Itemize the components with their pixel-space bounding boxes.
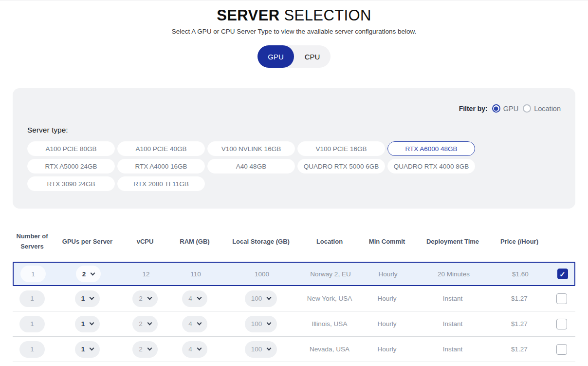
table-row: 1 2 4 100 — [13, 286, 575, 311]
storage-value: 100 — [251, 295, 262, 302]
location-value: Illinois, USA — [299, 320, 360, 327]
row-checkbox[interactable] — [556, 293, 567, 304]
location-value: Nevada, USA — [299, 346, 360, 353]
servers-count-input[interactable] — [19, 316, 45, 332]
page-header: SERVER SELECTION Select A GPU or CPU Ser… — [0, 0, 588, 68]
deployment-time-value: Instant — [414, 346, 491, 353]
chip-rtx-a5000-24gb[interactable]: RTX A5000 24GB — [27, 159, 115, 173]
ram-select[interactable]: 4 — [182, 290, 207, 307]
chevron-down-icon — [90, 346, 94, 351]
page-title-light: SELECTION — [284, 7, 371, 24]
table-row: 1 2 4 100 — [13, 311, 575, 337]
table-header-row: Number of Servers GPUs per Server vCPU R… — [13, 222, 575, 262]
chevron-down-icon — [90, 295, 94, 300]
min-commit-value: Hourly — [360, 346, 414, 353]
gpus-per-server-select[interactable]: 1 — [75, 316, 100, 332]
page-title-bold: SERVER — [217, 7, 279, 24]
vcpu-value: 2 — [139, 320, 143, 327]
chip-quadro-rtx-4000-8gb[interactable]: QUADRO RTX 4000 8GB — [387, 159, 475, 173]
storage-select[interactable]: 100 — [245, 316, 277, 332]
location-value: New York, USA — [299, 295, 360, 302]
vcpu-select[interactable]: 2 — [132, 341, 158, 358]
storage-select[interactable]: 100 — [245, 341, 277, 358]
ram-select[interactable]: 4 — [182, 316, 207, 332]
ram-select[interactable]: 4 — [182, 341, 207, 358]
filter-radio-gpu[interactable]: GPU — [492, 104, 518, 113]
col-header-ram: RAM (GB) — [167, 237, 222, 247]
vcpu-select[interactable]: 2 — [132, 290, 158, 307]
location-value: Norway 2, EU — [300, 270, 361, 278]
servers-count-input[interactable] — [19, 290, 45, 307]
storage-value: 100 — [251, 320, 262, 327]
col-header-location: Location — [299, 237, 360, 247]
chip-a100-pcie-40gb[interactable]: A100 PCIE 40GB — [117, 141, 205, 156]
chevron-down-icon — [267, 321, 272, 326]
storage-select[interactable]: 100 — [245, 290, 277, 307]
price-value: $1.27 — [491, 295, 548, 302]
col-header-gpus-per-server: GPUs per Server — [52, 237, 123, 247]
ram-value: 4 — [188, 320, 192, 327]
row-checkbox[interactable] — [556, 344, 567, 355]
filter-radio-gpu-label: GPU — [503, 105, 518, 113]
chip-rtx-3090-24gb[interactable]: RTX 3090 24GB — [27, 176, 115, 191]
server-type-chips: A100 PCIE 80GB A100 PCIE 40GB V100 NVLIN… — [27, 141, 514, 191]
table-row: 2 12 110 1000 Norway 2, EU Hourly 20 Min… — [13, 262, 575, 286]
chevron-down-icon — [147, 321, 152, 326]
gpus-per-server-value: 2 — [82, 270, 86, 278]
chip-v100-pcie-16gb[interactable]: V100 PCIE 16GB — [297, 141, 385, 156]
chevron-down-icon — [197, 295, 202, 300]
chip-rtx-a4000-16gb[interactable]: RTX A4000 16GB — [117, 159, 205, 173]
ram-value: 4 — [188, 346, 192, 353]
chevron-down-icon — [91, 270, 95, 275]
col-header-min-commit: Min Commit — [360, 237, 414, 247]
ram-value: 4 — [188, 295, 192, 302]
col-header-price: Price (/Hour) — [491, 237, 548, 247]
chevron-down-icon — [147, 346, 152, 351]
ram-value: 110 — [168, 270, 223, 278]
chip-v100-nvlink-16gb[interactable]: V100 NVLINK 16GB — [207, 141, 295, 156]
gpus-per-server-value: 1 — [81, 295, 85, 302]
row-checkbox[interactable]: ✓ — [557, 269, 568, 279]
gpus-per-server-select[interactable]: 1 — [75, 290, 100, 307]
storage-value: 100 — [251, 346, 262, 353]
chip-a40-48gb[interactable]: A40 48GB — [207, 159, 295, 173]
chevron-down-icon — [90, 321, 94, 326]
filter-radio-location-label: Location — [534, 105, 561, 113]
chip-rtx-2080-ti-11gb[interactable]: RTX 2080 TI 11GB — [117, 176, 205, 191]
page-title: SERVER SELECTION — [0, 7, 588, 24]
storage-value: 1000 — [223, 270, 300, 278]
col-header-local-storage: Local Storage (GB) — [222, 237, 299, 247]
chip-quadro-rtx-5000-6gb[interactable]: QUADRO RTX 5000 6GB — [297, 159, 385, 173]
vcpu-select[interactable]: 2 — [132, 316, 158, 332]
gpus-per-server-value: 1 — [81, 320, 85, 327]
filter-radio-location[interactable]: Location — [523, 104, 561, 113]
row-checkbox[interactable] — [556, 319, 567, 329]
check-icon: ✓ — [559, 270, 566, 278]
chevron-down-icon — [147, 295, 152, 300]
min-commit-value: Hourly — [361, 270, 415, 278]
col-header-vcpu: vCPU — [123, 237, 167, 247]
chevron-down-icon — [197, 346, 202, 351]
servers-count-input[interactable] — [20, 266, 46, 282]
deployment-time-value: Instant — [414, 295, 491, 302]
col-header-number-of-servers: Number of Servers — [13, 231, 52, 252]
deployment-time-value: 20 Minutes — [415, 270, 492, 278]
gpus-per-server-value: 1 — [81, 346, 85, 353]
deployment-time-value: Instant — [414, 320, 491, 327]
gpu-cpu-toggle: GPU CPU — [257, 45, 331, 68]
chip-rtx-a6000-48gb[interactable]: RTX A6000 48GB — [387, 141, 475, 156]
filter-panel: Filter by: GPU Location Server type: A10… — [13, 88, 575, 209]
toggle-cpu-button[interactable]: CPU — [294, 45, 331, 68]
filter-by-group: Filter by: GPU Location — [459, 104, 561, 113]
radio-selected-icon — [492, 104, 500, 113]
chip-a100-pcie-80gb[interactable]: A100 PCIE 80GB — [27, 141, 115, 156]
gpus-per-server-select[interactable]: 2 — [76, 266, 101, 282]
gpus-per-server-select[interactable]: 1 — [75, 341, 100, 358]
toggle-gpu-button[interactable]: GPU — [257, 45, 294, 68]
chevron-down-icon — [197, 321, 202, 326]
col-header-deployment-time: Deployment Time — [414, 237, 491, 247]
servers-count-input[interactable] — [19, 341, 45, 358]
radio-unselected-icon — [523, 104, 531, 113]
filter-by-label: Filter by: — [459, 105, 488, 113]
price-value: $1.60 — [492, 270, 549, 278]
